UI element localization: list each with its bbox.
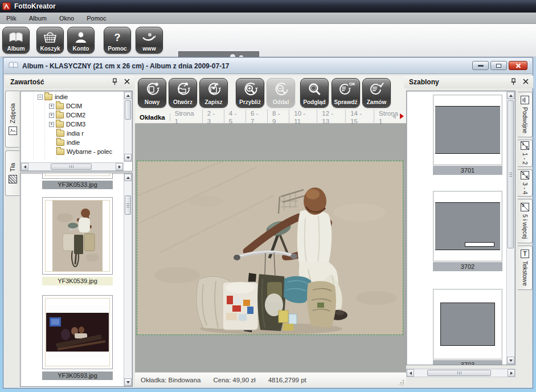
thumbnails-scrollbar[interactable] (124, 173, 132, 386)
tree-expand-icon[interactable] (49, 113, 54, 118)
template-id[interactable]: 3702 (433, 262, 502, 271)
document-titlebar[interactable]: Album - KLASYCZNY (21 cm x 26 cm) - Albu… (4, 58, 532, 74)
close-panel-icon[interactable] (123, 77, 131, 85)
thumbnail-filename[interactable]: YF3K0539.jpg (42, 277, 113, 285)
menu-pomoc[interactable]: Pomoc (80, 14, 112, 23)
save-button[interactable]: Zapisz (199, 78, 228, 108)
tree-vertical-scrollbar[interactable] (124, 91, 132, 162)
menu-album[interactable]: Album (23, 14, 53, 23)
pin-icon[interactable] (111, 77, 118, 85)
tree-row[interactable]: Wybarne - polec (21, 147, 123, 156)
new-button[interactable]: Nowy (138, 78, 166, 108)
folder-tree[interactable]: indie DCIM DCIM2 (20, 91, 133, 172)
folder-icon (56, 121, 64, 128)
www-button[interactable]: www (136, 27, 163, 54)
template-id[interactable]: 3703 (433, 360, 502, 365)
restore-button[interactable] (490, 61, 507, 70)
tab-photos-label: Zdjęcia (9, 103, 16, 123)
tab-page[interactable]: 2 - 3 (203, 109, 224, 125)
basket-button[interactable]: Koszyk (36, 27, 64, 54)
folder-icon (44, 94, 52, 100)
save-icon (200, 80, 227, 99)
folder-icon (56, 112, 64, 119)
account-button[interactable]: Konto (67, 27, 95, 54)
pin-icon[interactable] (509, 77, 517, 85)
svg-text:?: ? (114, 32, 121, 43)
status-price: Cena: 49,90 zł (213, 377, 255, 383)
content-side-tabs: Zdjęcia Tła (5, 91, 19, 199)
tab-double[interactable]: Podwójne (518, 92, 533, 137)
tab-1-2[interactable]: 12 1 - 2 (518, 140, 533, 167)
tree-expand-icon[interactable] (49, 104, 54, 109)
minimize-button[interactable] (472, 61, 489, 70)
basket-icon (37, 29, 63, 46)
cover-photo[interactable] (137, 161, 403, 334)
content-panel-header: Zawartość (5, 76, 134, 88)
tab-cover[interactable]: Okładka (135, 113, 170, 121)
tab-page[interactable]: 10 - 11 (289, 109, 317, 125)
tab-3-4[interactable]: 34 3 - 4 (518, 169, 533, 197)
tree-row[interactable]: india r (21, 129, 123, 138)
tab-text-templates[interactable]: T Tekstowe (518, 246, 533, 290)
thumbnail-frame-partial[interactable] (42, 173, 113, 179)
tree-row[interactable]: DCIM3 (21, 120, 123, 129)
tree-collapse-icon[interactable] (38, 95, 43, 100)
album-canvas[interactable] (135, 124, 406, 372)
templates-vertical-scrollbar[interactable] (506, 91, 515, 365)
tab-page[interactable]: 8 - 9 (268, 109, 289, 125)
tab-5-plus[interactable]: 5 5 i więcej (518, 199, 533, 243)
status-position: 4816,2799 pt (268, 377, 306, 383)
tabs-scroll-left-icon[interactable] (392, 113, 396, 119)
backgrounds-pattern-icon (9, 175, 17, 183)
tabs-scroll-right-icon[interactable] (400, 113, 404, 119)
tab-page[interactable]: 12 - 13 (317, 109, 346, 125)
verify-button[interactable]: OK Sprawdź (332, 78, 360, 108)
tree-expand-icon[interactable] (49, 122, 54, 127)
tab-page[interactable]: 6 - 7 (246, 109, 268, 125)
help-button[interactable]: ? Pomoc (104, 27, 131, 54)
check-ok-icon: OK (332, 80, 359, 99)
template-id[interactable]: 3701 (433, 166, 502, 175)
one-two-icon: 12 (521, 141, 529, 150)
photo-thumbnail-list[interactable]: YF3K0533.jpg (20, 173, 133, 387)
content-panel: Zawartość Zdjęcia (5, 76, 134, 387)
thumbnail-photo[interactable] (42, 197, 113, 275)
template-list[interactable]: 3701 3702 3703 (406, 91, 515, 365)
open-button[interactable]: Otwórz (169, 78, 197, 108)
tree-row[interactable]: indie (21, 138, 123, 147)
close-button[interactable] (509, 61, 527, 70)
zoom-in-button[interactable]: Przybliż (236, 78, 264, 108)
menu-bar: Plik Album Okno Pomoc (0, 13, 536, 24)
preview-button[interactable]: Podgląd (300, 78, 329, 108)
template-card[interactable] (433, 95, 502, 165)
app-logo-icon (2, 2, 11, 10)
folder-icon (56, 149, 64, 155)
tab-page[interactable]: 4 - 5 (224, 109, 246, 125)
tree-row-root[interactable]: indie (21, 92, 123, 101)
templates-panel: Szablony 3701 (404, 76, 533, 387)
templates-horizontal-scrollbar[interactable] (406, 369, 515, 377)
tab-photos[interactable]: Zdjęcia (5, 91, 19, 148)
tab-page[interactable]: Strona 1 (170, 109, 203, 125)
order-button[interactable]: Zamów (362, 78, 391, 108)
cover-photo-image (137, 161, 403, 334)
close-panel-icon[interactable] (522, 77, 530, 85)
new-icon (138, 80, 166, 99)
tree-horizontal-scrollbar[interactable] (21, 162, 124, 171)
thumbnail-bicycle-photo (52, 201, 103, 271)
zoom-out-button[interactable]: Oddal (267, 78, 295, 108)
tab-backgrounds[interactable]: Tła (5, 150, 19, 196)
album-button[interactable]: Album (2, 27, 30, 54)
thumbnail-photo[interactable] (42, 295, 113, 369)
tree-row[interactable]: DCIM2 (21, 111, 123, 120)
menu-plik[interactable]: Plik (0, 14, 23, 23)
document-title: Album - KLASYCZNY (21 cm x 26 cm) - Albu… (22, 62, 229, 70)
tab-page[interactable]: 14 - 15 (346, 109, 374, 125)
template-card[interactable] (433, 289, 502, 360)
tree-row[interactable]: DCIM (21, 101, 123, 111)
thumbnail-filename[interactable]: YF3K0593.jpg (42, 371, 113, 380)
template-card[interactable] (433, 191, 502, 262)
open-icon (169, 80, 197, 99)
thumbnail-filename[interactable]: YF3K0533.jpg (42, 181, 113, 189)
menu-okno[interactable]: Okno (53, 14, 80, 23)
